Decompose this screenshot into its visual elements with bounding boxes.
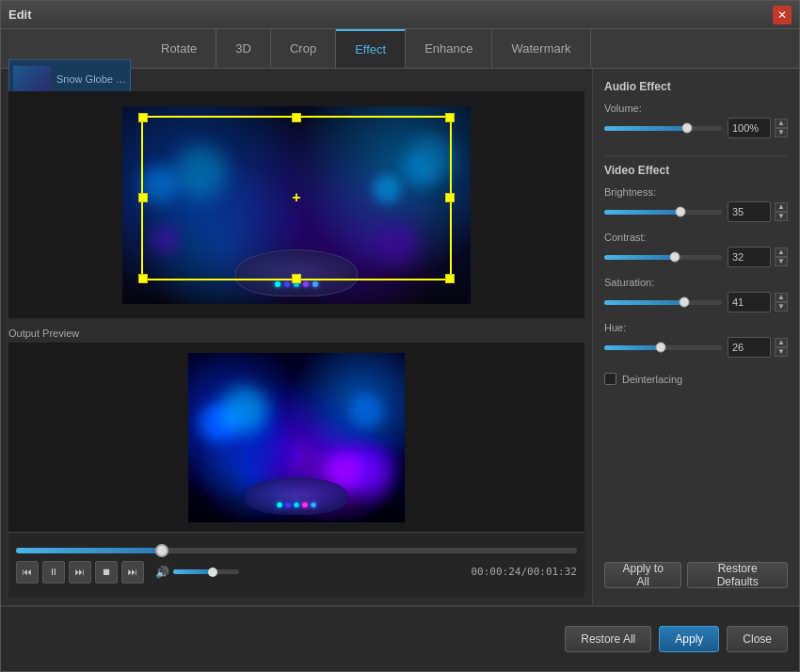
bottom-area: Restore All Apply Close [1, 605, 799, 671]
brightness-spin-up[interactable]: ▲ [775, 202, 788, 212]
contrast-spinbox: ▲ ▼ [775, 248, 788, 266]
brightness-slider-thumb[interactable] [676, 207, 686, 217]
close-window-button[interactable]: ✕ [773, 6, 792, 24]
volume-thumb[interactable] [208, 568, 217, 577]
tab-watermark[interactable]: Watermark [492, 29, 590, 68]
hue-slider-row: 26 ▲ ▼ [604, 337, 788, 358]
restore-all-button[interactable]: Restore All [565, 626, 651, 652]
volume-slider-thumb[interactable] [681, 123, 692, 134]
hue-spinbox: ▲ ▼ [775, 338, 788, 357]
skip-back-button[interactable]: ⏮ [16, 561, 39, 584]
hue-slider-fill [604, 345, 661, 350]
contrast-value: 32 [728, 247, 771, 267]
audio-effect-title: Audio Effect [604, 80, 788, 93]
contrast-label: Contrast: [604, 232, 788, 243]
volume-spin-up[interactable]: ▲ [775, 119, 788, 128]
volume-slider-row: 100% ▲ ▼ [604, 118, 788, 138]
original-video-background [122, 106, 471, 304]
tab-crop[interactable]: Crop [271, 29, 336, 68]
brightness-label: Brightness: [604, 186, 788, 198]
apply-to-all-button[interactable]: Apply to All [604, 562, 681, 588]
contrast-spin-down[interactable]: ▼ [775, 257, 788, 266]
volume-control: 🔊 [155, 566, 239, 579]
brightness-slider-track[interactable] [604, 210, 722, 215]
volume-slider[interactable] [173, 569, 239, 574]
contrast-slider-row: 32 ▲ ▼ [604, 247, 788, 267]
deinterlacing-checkbox[interactable] [604, 373, 616, 385]
volume-label: Volume: [604, 103, 788, 114]
tab-3d[interactable]: 3D [216, 29, 271, 68]
brightness-slider-fill [604, 210, 680, 215]
divider-1 [604, 155, 788, 156]
contrast-slider-fill [604, 255, 675, 260]
skip-forward-button[interactable]: ⏭ [121, 561, 144, 584]
volume-spin-down[interactable]: ▼ [775, 128, 788, 137]
pause-button[interactable]: ⏸ [42, 561, 65, 584]
saturation-spin-down[interactable]: ▼ [775, 302, 788, 312]
volume-spinbox: ▲ ▼ [775, 119, 788, 137]
seek-thumb[interactable] [155, 544, 168, 557]
saturation-spin-up[interactable]: ▲ [775, 293, 788, 302]
contrast-slider-thumb[interactable] [670, 252, 680, 263]
hue-spin-up[interactable]: ▲ [775, 338, 788, 347]
saturation-value: 41 [728, 292, 771, 312]
seek-fill [16, 548, 162, 553]
saturation-slider-fill [604, 300, 684, 305]
brightness-spinbox: ▲ ▼ [775, 202, 788, 221]
output-video-background [188, 353, 405, 522]
saturation-spinbox: ▲ ▼ [775, 293, 788, 312]
edit-window: Edit ✕ Snow Globe B... Rotate 3D Crop Ef… [0, 0, 800, 672]
tab-rotate[interactable]: Rotate [142, 29, 216, 68]
bottom-buttons: Restore All Apply Close [1, 606, 799, 671]
video-effect-title: Video Effect [604, 164, 788, 177]
brightness-slider-row: 35 ▲ ▼ [604, 201, 788, 222]
fast-forward-button[interactable]: ⏭ [69, 561, 91, 584]
seek-bar[interactable] [16, 548, 577, 553]
tab-enhance[interactable]: Enhance [406, 29, 492, 68]
output-preview [8, 343, 584, 532]
saturation-slider-row: 41 ▲ ▼ [604, 292, 788, 312]
title-bar: Edit ✕ [1, 1, 799, 29]
deinterlacing-row: Deinterlacing [604, 373, 788, 385]
transport-bar: ⏮ ⏸ ⏭ ⏹ ⏭ 🔊 00:00:24/00:01:32 [8, 532, 584, 598]
file-name: Snow Globe B... [56, 73, 126, 85]
contrast-row: Contrast: 32 ▲ ▼ [604, 232, 788, 267]
main-content: Original Preview [1, 69, 799, 605]
close-button[interactable]: Close [727, 626, 788, 652]
volume-fill [173, 569, 213, 574]
contrast-slider-track[interactable] [604, 255, 722, 260]
right-panel: Audio Effect Volume: 100% ▲ ▼ Vide [592, 69, 799, 605]
stop-button[interactable]: ⏹ [95, 561, 118, 584]
time-display: 00:00:24/00:01:32 [471, 566, 577, 578]
saturation-slider-track[interactable] [604, 300, 722, 305]
hue-row: Hue: 26 ▲ ▼ [604, 322, 788, 358]
apply-button[interactable]: Apply [659, 626, 719, 652]
thumbnail-image [13, 66, 51, 92]
transport-controls: ⏮ ⏸ ⏭ ⏹ ⏭ 🔊 00:00:24/00:01:32 [16, 561, 577, 584]
hue-value: 26 [728, 337, 771, 358]
volume-value: 100% [728, 118, 771, 138]
tab-effect[interactable]: Effect [336, 29, 406, 68]
hue-label: Hue: [604, 322, 788, 333]
restore-defaults-button[interactable]: Restore Defaults [687, 562, 788, 588]
original-preview: + [8, 91, 584, 318]
saturation-row: Saturation: 41 ▲ ▼ [604, 277, 788, 312]
hue-slider-thumb[interactable] [656, 343, 666, 353]
left-panel: Original Preview [1, 69, 592, 605]
volume-slider-fill [604, 126, 687, 131]
brightness-spin-down[interactable]: ▼ [775, 212, 788, 221]
seek-bar-container [16, 548, 577, 553]
output-preview-label: Output Preview [8, 328, 584, 339]
brightness-row: Brightness: 35 ▲ ▼ [604, 186, 788, 222]
contrast-spin-up[interactable]: ▲ [775, 248, 788, 257]
volume-icon: 🔊 [155, 566, 169, 579]
saturation-slider-thumb[interactable] [680, 297, 690, 308]
deinterlacing-label: Deinterlacing [622, 374, 682, 385]
brightness-value: 35 [728, 201, 771, 222]
hue-spin-down[interactable]: ▼ [775, 347, 788, 357]
hue-slider-track[interactable] [604, 345, 722, 350]
saturation-label: Saturation: [604, 277, 788, 288]
volume-slider-track[interactable] [604, 126, 722, 131]
window-title: Edit [8, 8, 773, 22]
volume-row: Volume: 100% ▲ ▼ [604, 103, 788, 138]
